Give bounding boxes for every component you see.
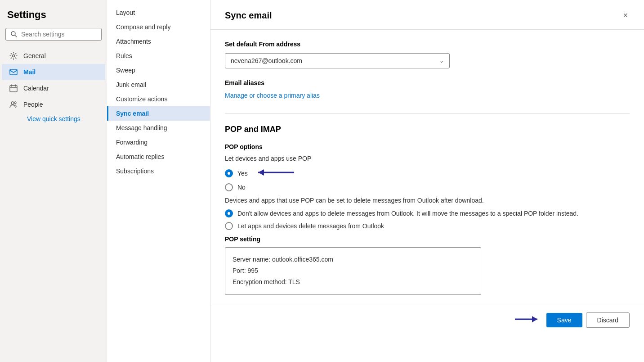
sub-nav-auto-replies[interactable]: Automatic replies xyxy=(107,149,210,164)
sub-nav-rules[interactable]: Rules xyxy=(107,49,210,63)
search-icon xyxy=(10,31,18,38)
from-address-label: Set default From address xyxy=(225,41,630,48)
sidebar-item-people[interactable]: People xyxy=(2,96,105,113)
svg-point-2 xyxy=(13,55,15,57)
radio-let-apps-label: Let apps and devices delete messages fro… xyxy=(237,222,384,230)
sub-nav-attachments[interactable]: Attachments xyxy=(107,34,210,49)
svg-rect-4 xyxy=(10,86,17,92)
pop-options-label: POP options xyxy=(225,143,630,150)
settings-title: Settings xyxy=(0,9,107,28)
sidebar-item-general[interactable]: General xyxy=(2,48,105,64)
chevron-down-icon: ⌄ xyxy=(439,58,444,64)
discard-button[interactable]: Discard xyxy=(586,312,630,328)
pop-setting-box: Server name: outlook.office365.com Port:… xyxy=(225,247,481,295)
pop-server-name: Server name: outlook.office365.com xyxy=(233,254,474,265)
save-button[interactable]: Save xyxy=(546,313,582,327)
manage-alias-link[interactable]: Manage or choose a primary alias xyxy=(225,92,320,99)
close-button[interactable]: × xyxy=(621,9,630,22)
sub-nav-customize[interactable]: Customize actions xyxy=(107,92,210,106)
content-header: Sync email × xyxy=(210,0,644,30)
email-aliases-label: Email aliases xyxy=(225,79,630,86)
radio-dont-allow-option[interactable]: Don't allow devices and apps to delete m… xyxy=(225,209,630,217)
search-input[interactable] xyxy=(21,31,97,38)
radio-let-apps-option[interactable]: Let apps and devices delete messages fro… xyxy=(225,222,630,230)
sidebar-item-mail[interactable]: Mail xyxy=(2,64,105,80)
sub-nav-forwarding[interactable]: Forwarding xyxy=(107,135,210,149)
sidebar: Settings General Mail xyxy=(0,0,107,362)
pop-encryption: Encryption method: TLS xyxy=(233,276,474,288)
sub-nav-layout[interactable]: Layout xyxy=(107,5,210,20)
email-aliases-section: Email aliases Manage or choose a primary… xyxy=(225,79,630,99)
radio-yes-label: Yes xyxy=(237,170,248,177)
radio-no-label: No xyxy=(237,184,246,191)
svg-point-6 xyxy=(14,102,16,104)
section-divider xyxy=(225,113,630,114)
sub-nav-sync[interactable]: Sync email xyxy=(107,106,210,121)
footer: Save Discard xyxy=(210,306,644,334)
sub-nav-compose[interactable]: Compose and reply xyxy=(107,20,210,34)
delete-description: Devices and apps that use POP can be set… xyxy=(225,197,630,204)
pop-port: Port: 995 xyxy=(233,265,474,276)
sub-nav-message[interactable]: Message handling xyxy=(107,121,210,135)
pop-radio-group: Yes No xyxy=(225,167,630,191)
view-quick-settings-link[interactable]: View quick settings xyxy=(20,113,107,125)
radio-dont-allow-circle xyxy=(225,209,233,217)
main-content: Sync email × Set default From address ne… xyxy=(210,0,644,362)
people-icon xyxy=(9,100,18,109)
save-arrow-icon xyxy=(514,314,541,326)
mail-icon xyxy=(9,68,18,77)
sidebar-label-mail: Mail xyxy=(23,68,36,76)
radio-dont-allow-label: Don't allow devices and apps to delete m… xyxy=(237,210,578,217)
sub-nav-sweep[interactable]: Sweep xyxy=(107,63,210,77)
sidebar-item-calendar[interactable]: Calendar xyxy=(2,80,105,96)
radio-yes-option[interactable]: Yes xyxy=(225,167,630,179)
sub-nav-junk[interactable]: Junk email xyxy=(107,77,210,92)
radio-no-option[interactable]: No xyxy=(225,183,630,191)
arrow-indicator xyxy=(256,167,296,179)
gear-icon xyxy=(9,51,18,60)
svg-point-5 xyxy=(11,102,14,104)
svg-marker-8 xyxy=(258,169,264,176)
sidebar-label-calendar: Calendar xyxy=(23,85,49,92)
sub-nav: Layout Compose and reply Attachments Rul… xyxy=(107,0,210,362)
svg-rect-3 xyxy=(10,69,17,75)
let-devices-label: Let devices and apps use POP xyxy=(225,155,630,162)
page-title: Sync email xyxy=(225,10,272,21)
svg-marker-10 xyxy=(532,316,537,322)
delete-radio-group: Don't allow devices and apps to delete m… xyxy=(225,209,630,230)
pop-imap-title: POP and IMAP xyxy=(225,125,630,134)
radio-yes-circle xyxy=(225,169,233,177)
from-email-value: nevena267@outlook.com xyxy=(231,57,302,64)
search-box[interactable] xyxy=(5,28,102,41)
from-address-dropdown[interactable]: nevena267@outlook.com ⌄ xyxy=(225,53,450,68)
svg-line-1 xyxy=(15,35,17,37)
sidebar-label-general: General xyxy=(23,52,46,59)
sidebar-label-people: People xyxy=(23,101,43,108)
radio-no-circle xyxy=(225,183,233,191)
pop-setting-label: POP setting xyxy=(225,235,630,243)
sub-nav-subscriptions[interactable]: Subscriptions xyxy=(107,164,210,178)
calendar-icon xyxy=(9,84,18,93)
radio-let-apps-circle xyxy=(225,222,233,230)
content-body: Set default From address nevena267@outlo… xyxy=(210,30,644,306)
